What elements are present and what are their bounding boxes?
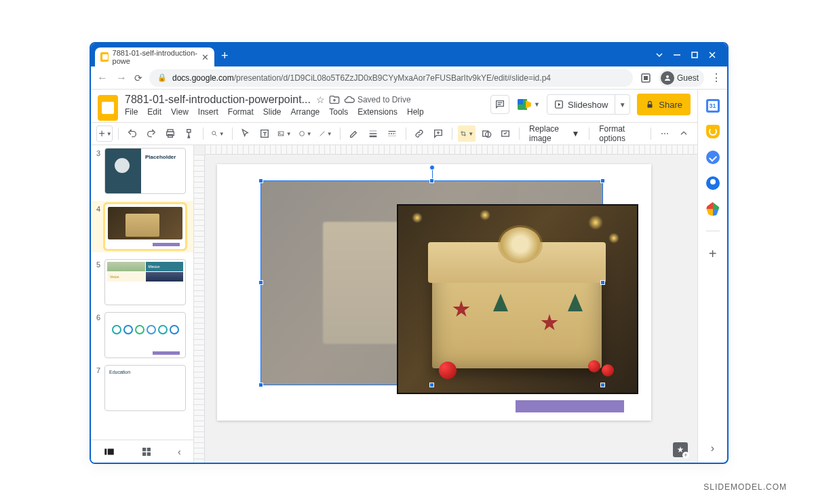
paint-format-button[interactable] [181, 125, 197, 142]
doc-title[interactable]: 7881-01-self-introduction-powerpoint... [125, 94, 311, 106]
line-button[interactable]: ▼ [317, 125, 334, 142]
cloud-status[interactable]: Saved to Drive [344, 94, 411, 105]
calendar-icon[interactable] [706, 99, 720, 113]
contacts-icon[interactable] [706, 176, 720, 190]
slide-canvas[interactable] [217, 164, 651, 421]
workspace: 7881-01-self-introduction-powerpoint... … [91, 90, 727, 463]
profile-chip[interactable]: Guest [659, 69, 704, 87]
menu-format[interactable]: Format [228, 107, 254, 117]
chrome-menu-icon[interactable]: ⋮ [711, 71, 722, 84]
placeholder-shape[interactable] [516, 400, 624, 412]
url-field[interactable]: 🔒 docs.google.com/presentation/d/1D9CiL0… [149, 69, 633, 87]
crop-box[interactable] [397, 204, 638, 394]
slide-thumb-7[interactable]: Education [104, 365, 186, 411]
new-tab-button[interactable]: + [221, 49, 229, 63]
crop-handle[interactable] [629, 393, 638, 394]
share-button[interactable]: Share [637, 94, 691, 115]
new-slide-button[interactable]: +▼ [96, 125, 113, 142]
undo-button[interactable] [124, 125, 140, 142]
menu-tools[interactable]: Tools [329, 107, 348, 117]
resize-handle[interactable] [258, 280, 263, 285]
window-minimize-icon[interactable] [673, 51, 681, 59]
crop-handle[interactable] [513, 393, 522, 394]
slides-logo-icon[interactable] [98, 95, 118, 121]
slideshow-dropdown[interactable]: ▼ [615, 95, 629, 114]
crop-handle[interactable] [397, 393, 406, 394]
resize-handle[interactable] [429, 178, 434, 183]
maps-icon[interactable] [706, 202, 720, 216]
hide-panel-icon[interactable]: › [711, 442, 714, 454]
slide-editor[interactable] [194, 145, 697, 463]
crop-handle[interactable] [637, 385, 638, 394]
nav-back-icon[interactable]: ← [96, 72, 109, 84]
menu-file[interactable]: File [125, 107, 138, 117]
menu-extensions[interactable]: Extensions [357, 107, 398, 117]
window-close-icon[interactable] [708, 51, 716, 59]
meet-button[interactable]: ▼ [516, 95, 540, 114]
slide-thumb-6[interactable] [104, 312, 186, 358]
star-icon[interactable]: ☆ [316, 94, 325, 105]
slideshow-button[interactable]: Slideshow [547, 95, 615, 114]
tab-close-icon[interactable]: ✕ [201, 52, 209, 62]
image-selection-box[interactable] [260, 180, 603, 385]
more-tools-button[interactable]: ⋯ [657, 125, 673, 142]
browser-tab[interactable]: 7881-01-self-introduction-powe ✕ [95, 47, 214, 66]
slide-thumb-3[interactable]: Placeholder [104, 148, 186, 194]
resize-handle[interactable] [600, 383, 605, 387]
menu-view[interactable]: View [171, 107, 189, 117]
link-button[interactable] [411, 125, 427, 142]
collapse-toolbar-button[interactable] [676, 125, 692, 142]
resize-handle[interactable] [600, 178, 605, 183]
menu-insert[interactable]: Insert [198, 107, 218, 117]
mask-button[interactable] [478, 125, 495, 142]
thumb-number: 4 [94, 203, 100, 250]
crop-handle[interactable] [513, 204, 522, 206]
filmstrip-view-icon[interactable] [103, 446, 115, 458]
menu-slide[interactable]: Slide [263, 107, 282, 117]
crop-button[interactable]: ▼ [458, 125, 476, 142]
border-weight-button[interactable] [365, 125, 381, 142]
add-comment-button[interactable] [430, 125, 446, 142]
grid-view-icon[interactable] [140, 446, 153, 458]
install-app-icon[interactable] [640, 72, 652, 84]
crop-handle[interactable] [397, 294, 398, 304]
resize-handle[interactable] [258, 178, 263, 183]
nav-forward-icon[interactable]: → [115, 72, 128, 84]
explore-button[interactable] [673, 442, 688, 457]
resize-handle[interactable] [258, 383, 263, 387]
slide-thumb-5[interactable]: MissionVision [104, 259, 186, 305]
keep-icon[interactable] [706, 125, 720, 138]
collapse-panel-icon[interactable]: ‹ [178, 446, 181, 457]
menu-edit[interactable]: Edit [147, 107, 161, 117]
shape-button[interactable]: ▼ [296, 125, 314, 142]
reset-image-button[interactable] [497, 125, 513, 142]
rotate-handle[interactable] [429, 165, 435, 170]
reload-icon[interactable]: ⟳ [134, 73, 142, 83]
slide-thumb-4[interactable] [104, 203, 186, 250]
crop-handle[interactable] [397, 204, 398, 214]
window-chevron-icon[interactable] [655, 51, 663, 59]
print-button[interactable] [162, 125, 178, 142]
format-options-button[interactable]: Format options [595, 124, 645, 143]
move-folder-icon[interactable] [329, 94, 340, 105]
crop-handle[interactable] [397, 385, 398, 394]
border-dash-button[interactable] [384, 125, 400, 142]
select-tool-button[interactable] [237, 125, 254, 142]
crop-handle[interactable] [637, 204, 638, 214]
image-button[interactable]: ▼ [275, 125, 293, 142]
tasks-icon[interactable] [706, 151, 720, 164]
textbox-button[interactable]: T [256, 125, 273, 142]
menu-help[interactable]: Help [407, 107, 424, 117]
resize-handle[interactable] [600, 280, 605, 285]
crop-handle[interactable] [397, 204, 406, 206]
zoom-button[interactable]: ▼ [209, 125, 227, 142]
addons-plus-icon[interactable]: + [709, 246, 717, 262]
resize-handle[interactable] [429, 383, 434, 387]
window-maximize-icon[interactable] [691, 51, 699, 59]
crop-handle[interactable] [637, 294, 638, 304]
replace-image-button[interactable]: Replace image▼ [525, 124, 583, 143]
comment-history-button[interactable] [490, 95, 509, 114]
border-color-button[interactable] [346, 125, 362, 142]
menu-arrange[interactable]: Arrange [291, 107, 320, 117]
redo-button[interactable] [143, 125, 159, 142]
